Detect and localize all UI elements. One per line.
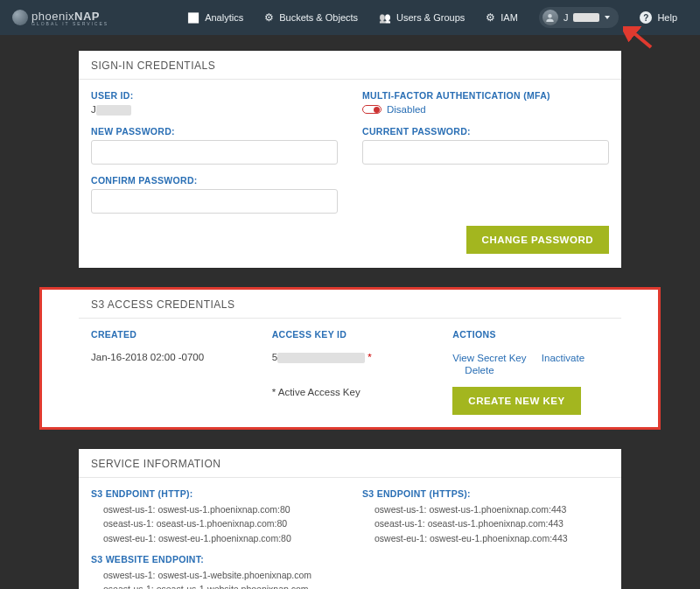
mfa-toggle[interactable] bbox=[362, 105, 382, 114]
card-title: SERVICE INFORMATION bbox=[79, 449, 621, 478]
new-password-input[interactable] bbox=[91, 140, 338, 165]
brand-logo[interactable]: phoenixNAP GLOBAL IT SERVICES bbox=[12, 10, 108, 26]
delete-link[interactable]: Delete bbox=[465, 365, 494, 375]
card-title: SIGN-IN CREDENTIALS bbox=[79, 51, 621, 80]
s3-https-list: oswest-us-1: oswest-us-1.phoenixnap.com:… bbox=[362, 502, 609, 545]
gear-icon bbox=[264, 11, 274, 24]
nav-users-label: Users & Groups bbox=[396, 12, 465, 23]
nav-iam-label: IAM bbox=[500, 12, 518, 23]
inactivate-link[interactable]: Inactivate bbox=[542, 353, 584, 363]
s3-https-label: S3 ENDPOINT (HTTPS): bbox=[362, 488, 609, 499]
card-title: S3 ACCESS CREDENTIALS bbox=[79, 290, 621, 319]
col-key: ACCESS KEY ID bbox=[272, 329, 429, 340]
user-id-label: USER ID: bbox=[91, 90, 338, 101]
col-created: CREATED bbox=[91, 329, 248, 340]
avatar-icon bbox=[542, 10, 558, 25]
username: J bbox=[564, 12, 569, 23]
user-menu[interactable]: J bbox=[528, 0, 630, 35]
users-icon bbox=[379, 12, 391, 24]
s3-credentials-highlight: S3 ACCESS CREDENTIALS CREATED ACCESS KEY… bbox=[39, 287, 661, 430]
username-redacted bbox=[573, 13, 599, 22]
nav-analytics-label: Analytics bbox=[205, 12, 243, 23]
mfa-status[interactable]: Disabled bbox=[387, 104, 426, 115]
signin-credentials-card: SIGN-IN CREDENTIALS USER ID: J MULTI-FAC… bbox=[79, 51, 621, 268]
current-password-input[interactable] bbox=[362, 140, 609, 165]
nav-analytics[interactable]: Analytics bbox=[177, 0, 254, 35]
analytics-icon bbox=[187, 12, 200, 24]
chevron-down-icon bbox=[605, 16, 610, 19]
s3-http-list: oswest-us-1: oswest-us-1.phoenixnap.com:… bbox=[91, 502, 338, 545]
s3-http-label: S3 ENDPOINT (HTTP): bbox=[91, 488, 338, 499]
mfa-label: MULTI-FACTOR AUTHENTICATION (MFA) bbox=[362, 90, 609, 101]
nav-iam[interactable]: IAM bbox=[475, 0, 528, 35]
change-password-button[interactable]: CHANGE PASSWORD bbox=[466, 226, 609, 254]
topnav: Analytics Buckets & Objects Users & Grou… bbox=[177, 0, 688, 35]
created-value: Jan-16-2018 02:00 -0700 bbox=[91, 352, 248, 376]
globe-icon bbox=[12, 10, 28, 25]
new-password-label: NEW PASSWORD: bbox=[91, 126, 338, 137]
nav-help-label: Help bbox=[657, 12, 677, 23]
topbar: phoenixNAP GLOBAL IT SERVICES Analytics … bbox=[0, 0, 700, 35]
col-actions: ACTIONS bbox=[452, 329, 609, 340]
gear-icon bbox=[486, 11, 495, 24]
view-secret-link[interactable]: View Secret Key bbox=[452, 353, 526, 363]
s3-website-list: oswest-us-1: oswest-us-1-website.phoenix… bbox=[91, 568, 338, 589]
brand-tagline: GLOBAL IT SERVICES bbox=[32, 21, 108, 26]
current-password-label: CURRENT PASSWORD: bbox=[362, 126, 609, 137]
service-info-card: SERVICE INFORMATION S3 ENDPOINT (HTTP): … bbox=[79, 449, 621, 589]
confirm-password-input[interactable] bbox=[91, 189, 338, 214]
s3-website-label: S3 WEBSITE ENDPOINT: bbox=[91, 554, 338, 564]
help-icon: ? bbox=[640, 11, 652, 24]
user-id-value: J bbox=[91, 104, 338, 116]
key-note: * Active Access Key bbox=[272, 387, 429, 415]
create-key-button[interactable]: CREATE NEW KEY bbox=[452, 387, 580, 415]
nav-buckets-label: Buckets & Objects bbox=[279, 12, 358, 23]
confirm-password-label: CONFIRM PASSWORD: bbox=[91, 175, 338, 186]
nav-buckets[interactable]: Buckets & Objects bbox=[254, 0, 368, 35]
access-key-value: 5 * bbox=[272, 352, 429, 376]
nav-users[interactable]: Users & Groups bbox=[368, 0, 475, 35]
nav-help[interactable]: ?Help bbox=[629, 0, 688, 35]
